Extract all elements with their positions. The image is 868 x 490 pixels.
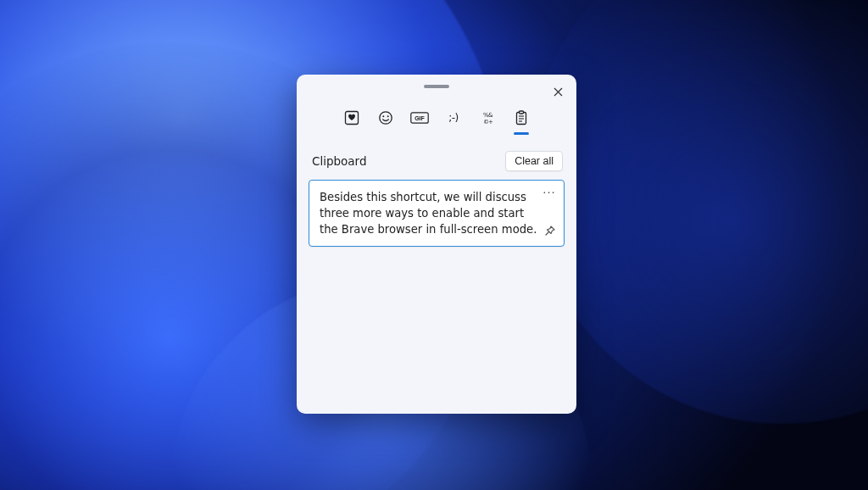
gif-icon: GIF	[410, 112, 429, 124]
svg-text:&: &	[488, 112, 493, 119]
tab-emoji[interactable]	[376, 106, 395, 130]
svg-point-1	[380, 111, 392, 123]
section-header: Clipboard Clear all	[297, 136, 576, 180]
svg-text:+: +	[488, 119, 493, 125]
ellipsis-icon: ···	[542, 186, 555, 202]
tab-gif[interactable]: GIF	[410, 106, 429, 130]
section-title: Clipboard	[312, 154, 366, 168]
clipboard-list: Besides this shortcut, we will discuss t…	[297, 180, 576, 247]
heart-sticker-icon	[344, 110, 359, 125]
tab-kaomoji[interactable]: ;-)	[444, 106, 463, 130]
drag-grip[interactable]	[424, 85, 449, 88]
svg-point-3	[387, 115, 389, 117]
svg-rect-11	[520, 111, 524, 114]
clear-all-button[interactable]: Clear all	[505, 151, 563, 171]
clipboard-item[interactable]: Besides this shortcut, we will discuss t…	[309, 180, 565, 247]
emoji-clipboard-panel: GIF ;-) %&©+ Clipboard Clear all Besides…	[297, 75, 576, 414]
tab-symbols[interactable]: %&©+	[478, 106, 497, 130]
symbols-icon: %&©+	[480, 110, 495, 125]
pin-icon	[544, 226, 555, 237]
category-tabs: GIF ;-) %&©+	[297, 105, 576, 131]
svg-text:GIF: GIF	[415, 115, 425, 121]
svg-point-2	[382, 115, 384, 117]
item-more-button[interactable]: ···	[542, 187, 557, 201]
tab-clipboard[interactable]	[512, 106, 531, 130]
item-pin-button[interactable]	[542, 224, 557, 239]
kaomoji-icon: ;-)	[448, 112, 459, 124]
tab-recent[interactable]	[342, 106, 361, 130]
clipboard-icon	[515, 110, 528, 125]
clipboard-item-text: Besides this shortcut, we will discuss t…	[320, 191, 537, 236]
smiley-icon	[378, 110, 393, 125]
close-icon	[554, 87, 563, 97]
close-button[interactable]	[549, 83, 566, 100]
